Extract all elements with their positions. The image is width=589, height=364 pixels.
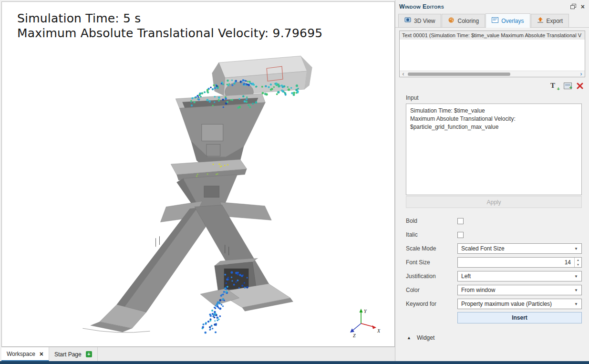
tab-export-label: Export [547,18,563,24]
apply-button[interactable]: Apply [406,196,582,208]
stepper-up-icon[interactable]: ▲ [575,258,581,262]
bold-checkbox[interactable] [457,218,464,224]
justification-value: Left [461,273,471,280]
editor-tabs: 3D View Coloring Overlays Export [395,13,589,28]
workspace-area: Simulation Time: 5 s Maximum Absolute Tr… [0,0,395,364]
window-editors-panel: Window Editors × 3D View [395,0,589,364]
delete-overlay-icon[interactable] [577,83,583,89]
color-label: Color [406,287,457,293]
font-size-value[interactable]: 14 [458,258,574,267]
tab-export[interactable]: Export [531,14,569,27]
application-window: Simulation Time: 5 s Maximum Absolute Tr… [0,0,589,364]
stepper-buttons: ▲ ▼ [574,258,581,267]
chevron-down-icon: ▼ [574,274,578,279]
overlay-properties-form: Bold Italic Scale Mode Scaled Font Size … [406,216,582,326]
scroll-right-icon[interactable]: › [578,71,585,77]
color-select[interactable]: From window ▼ [457,285,582,295]
keyword-for-select[interactable]: Property maximum value (Particles) ▼ [457,299,582,309]
scale-mode-label: Scale Mode [406,245,457,252]
overlay-toolbar: T+ + [395,81,583,91]
tab-overlays-label: Overlays [501,18,524,24]
bold-label: Bold [406,218,457,224]
keyword-for-label: Keyword for [406,301,457,307]
workspace-tabbar: Workspace × Start Page + [1,347,395,361]
axis-triad-gizmo[interactable]: Y X Z [346,306,382,339]
tab-3d-view[interactable]: 3D View [398,14,441,27]
max-velocity-text: Maximum Absolute Translational Velocity:… [17,26,322,41]
add-tab-icon[interactable]: + [86,351,92,357]
justification-select[interactable]: Left ▼ [457,271,582,281]
overlay-list-item[interactable]: Text 00001 (Simulation Time: $time_value… [400,31,585,40]
3d-viewport[interactable]: Simulation Time: 5 s Maximum Absolute Tr… [1,1,395,347]
insert-button[interactable]: Insert [457,312,582,323]
window-bottom-bar [0,361,589,364]
axis-y-label: Y [364,309,367,314]
simulation-overlay-text: Simulation Time: 5 s Maximum Absolute Tr… [17,11,322,41]
keyword-for-value: Property maximum value (Particles) [461,301,552,307]
tab-start-page-label: Start Page [54,351,82,358]
color-value: From window [461,287,495,293]
axis-x-label: X [377,328,381,333]
scrollbar-track[interactable] [407,72,578,76]
scrollbar-thumb[interactable] [408,73,510,76]
italic-checkbox[interactable] [457,232,464,238]
horizontal-scrollbar[interactable]: ‹ › [400,71,585,77]
add-text-overlay-icon[interactable]: T+ [550,82,559,90]
tab-3d-view-label: 3D View [414,18,435,24]
scroll-left-icon[interactable]: ‹ [400,71,407,77]
tab-overlays[interactable]: Overlays [486,13,530,28]
chevron-down-icon: ▼ [574,302,578,306]
collapse-triangle-icon: ▲ [407,335,411,340]
plus-badge-icon: + [569,85,572,90]
overlay-items-list: Text 00001 (Simulation Time: $time_value… [399,31,585,77]
tab-workspace-label: Workspace [7,351,35,357]
panel-window-controls: × [570,3,585,10]
simulation-time-text: Simulation Time: 5 s [17,11,322,26]
tab-coloring-label: Coloring [457,18,479,24]
panel-title: Window Editors [399,3,570,10]
panel-header: Window Editors × [395,0,589,13]
plus-badge-icon: + [557,86,560,92]
overlays-icon [492,17,498,24]
chevron-down-icon: ▼ [574,288,578,292]
font-size-label: Font Size [406,259,457,266]
italic-label: Italic [406,231,457,238]
close-workspace-icon[interactable]: × [40,351,43,357]
float-panel-icon[interactable] [570,4,576,9]
scale-mode-value: Scaled Font Size [461,245,505,252]
overlay-text-input[interactable]: Simulation Time: $time_value Maximum Abs… [406,104,582,195]
export-icon [537,17,544,24]
tab-start-page[interactable]: Start Page + [49,347,98,361]
scale-mode-select[interactable]: Scaled Font Size ▼ [457,243,582,254]
chevron-down-icon: ▼ [574,247,578,251]
input-label: Input [406,94,589,101]
justification-label: Justification [406,273,457,280]
palette-icon [448,17,455,24]
axis-z-label: Z [353,333,356,338]
3d-view-icon [404,17,411,24]
widget-section-header[interactable]: ▲ Widget [407,334,589,341]
widget-section-label: Widget [417,334,434,341]
tab-workspace[interactable]: Workspace × [1,347,49,361]
close-panel-icon[interactable]: × [581,3,585,10]
3d-scene [2,2,394,346]
add-box-overlay-icon[interactable]: + [564,83,572,89]
tab-coloring[interactable]: Coloring [442,14,485,27]
stepper-down-icon[interactable]: ▼ [575,262,581,267]
font-size-stepper[interactable]: 14 ▲ ▼ [457,257,582,268]
